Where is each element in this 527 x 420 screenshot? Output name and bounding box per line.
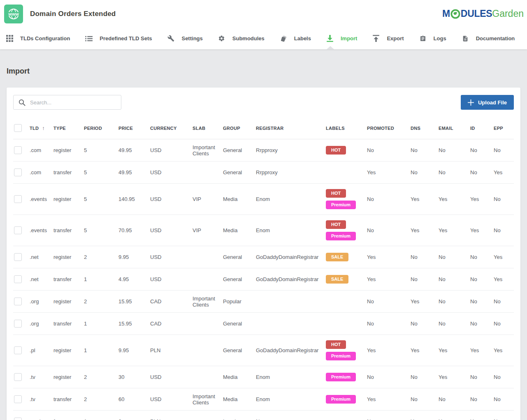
- cell-promoted: Yes: [366, 246, 410, 268]
- column-header-label: REGISTRAR: [256, 126, 283, 131]
- nav-item-tlds-configuration[interactable]: TLDs Configuration: [6, 35, 70, 42]
- cell-slab: [192, 411, 222, 420]
- row-checkbox[interactable]: [14, 346, 22, 354]
- nav-item-logs[interactable]: Logs: [419, 35, 446, 42]
- row-checkbox[interactable]: [14, 168, 22, 176]
- nav-item-submodules[interactable]: Submodules: [218, 35, 265, 42]
- nav-item-predefined-tld-sets[interactable]: Predefined TLD Sets: [85, 35, 152, 42]
- app-brand: WWW Domain Orders Extended: [4, 5, 116, 23]
- sort-asc-icon: ↑: [42, 125, 45, 131]
- label-badges: SALE: [326, 253, 364, 261]
- label-badge-sale: SALE: [326, 253, 348, 261]
- nav-item-label: Logs: [434, 35, 446, 42]
- cell-promoted: No: [366, 291, 410, 313]
- cell-epp: No: [493, 139, 514, 162]
- column-header-group[interactable]: GROUP: [222, 117, 255, 139]
- row-checkbox[interactable]: [14, 275, 22, 283]
- row-checkbox[interactable]: [14, 195, 22, 203]
- cell-promoted: Yes: [366, 268, 410, 291]
- cell-epp: Yes: [493, 268, 514, 291]
- row-checkbox[interactable]: [14, 418, 22, 420]
- nav-item-export[interactable]: Export: [372, 35, 404, 42]
- cell-currency: PLN: [149, 335, 192, 366]
- cell-price: 15.95: [118, 291, 149, 313]
- row-select-cell: [13, 268, 29, 291]
- nav-item-settings[interactable]: Settings: [167, 35, 202, 42]
- row-checkbox[interactable]: [14, 298, 22, 305]
- upload-icon: [372, 35, 380, 42]
- row-checkbox[interactable]: [14, 320, 22, 328]
- cell-id: No: [469, 313, 493, 335]
- column-header-id[interactable]: ID: [469, 117, 493, 139]
- cell-currency: USD: [149, 162, 192, 184]
- column-header-price[interactable]: PRICE: [118, 117, 149, 139]
- cell-dns: Yes: [410, 184, 438, 215]
- cell-group: Media: [222, 184, 255, 215]
- svg-text:WWW: WWW: [8, 12, 19, 16]
- label-badge-premium: Premium: [326, 201, 356, 209]
- cell-type: register: [53, 139, 83, 162]
- active-tab-caret: [327, 46, 334, 49]
- cell-group: Media: [222, 215, 255, 246]
- cell-email: Yes: [438, 184, 469, 215]
- label-badges: HOTPremium: [326, 340, 364, 360]
- row-select-cell: [13, 215, 29, 246]
- cell-type: transfer: [53, 215, 83, 246]
- row-checkbox[interactable]: [14, 253, 22, 261]
- select-all-checkbox[interactable]: [14, 124, 22, 132]
- cell-tld: .com: [29, 139, 53, 162]
- column-header-label: TLD: [30, 126, 39, 131]
- search-input[interactable]: [30, 99, 116, 106]
- cell-id: No: [469, 162, 493, 184]
- column-header-labels[interactable]: LABELS: [325, 117, 366, 139]
- table-row: .netregister29.95USDGeneralGoDaddyDomain…: [13, 246, 514, 268]
- column-header-period[interactable]: PERIOD: [83, 117, 118, 139]
- nav-item-label: Import: [341, 35, 357, 42]
- column-header-epp[interactable]: EPP: [493, 117, 514, 139]
- cell-type: transfer: [53, 388, 83, 411]
- cell-slab: Important Clients: [192, 139, 222, 162]
- cell-price: 4.95: [118, 268, 149, 291]
- column-header-currency[interactable]: CURRENCY: [149, 117, 192, 139]
- cell-period: 5: [83, 215, 118, 246]
- column-header-type[interactable]: TYPE: [53, 117, 83, 139]
- cell-price: 30: [118, 366, 149, 388]
- label-badges: HOT: [326, 146, 364, 155]
- cell-dns: No: [410, 313, 438, 335]
- column-header-label: LABELS: [326, 126, 345, 131]
- table-row: .comtransfer549.95USDGeneralRrpproxyYesN…: [13, 162, 514, 184]
- import-table: TLD↑TYPEPERIODPRICECURRENCYSLABGROUPREGI…: [13, 117, 514, 420]
- label-badge-premium: Premium: [326, 352, 356, 360]
- nav-item-documentation[interactable]: Documentation: [462, 35, 515, 42]
- nav-item-labels[interactable]: Labels: [280, 35, 311, 42]
- nav-item-label: TLDs Configuration: [20, 35, 70, 42]
- nav-item-label: Labels: [294, 35, 311, 42]
- row-checkbox[interactable]: [14, 146, 22, 154]
- main-content: Import Upload File TLD↑TYPEPERIODPRICECU…: [0, 49, 527, 420]
- upload-file-button[interactable]: Upload File: [461, 95, 514, 110]
- cell-dns: No: [410, 366, 438, 388]
- column-header-tld[interactable]: TLD↑: [29, 117, 53, 139]
- column-header-registrar[interactable]: REGISTRAR: [255, 117, 325, 139]
- cell-type: transfer: [53, 268, 83, 291]
- nav-item-label: Predefined TLD Sets: [100, 35, 152, 42]
- cell-labels: [325, 291, 366, 313]
- document-icon: [462, 35, 469, 42]
- row-checkbox[interactable]: [14, 373, 22, 381]
- nav-item-import[interactable]: Import: [326, 35, 357, 42]
- column-header-email[interactable]: EMAIL: [438, 117, 469, 139]
- cell-tld: .tv: [29, 388, 53, 411]
- cell-type: register: [53, 291, 83, 313]
- column-header-dns[interactable]: DNS: [410, 117, 438, 139]
- cell-currency: CAD: [149, 291, 192, 313]
- column-header-label: PRICE: [118, 126, 133, 131]
- row-checkbox[interactable]: [14, 226, 22, 234]
- cell-dns: Yes: [410, 291, 438, 313]
- row-checkbox[interactable]: [14, 395, 22, 403]
- column-header-slab[interactable]: SLAB: [192, 117, 222, 139]
- row-select-cell: [13, 162, 29, 184]
- column-header-promoted[interactable]: PROMOTED: [366, 117, 410, 139]
- table-row: .eventstransfer570.95USDVIPMediaEnomHOTP…: [13, 215, 514, 246]
- cell-email: No: [438, 291, 469, 313]
- cell-period: 1: [83, 313, 118, 335]
